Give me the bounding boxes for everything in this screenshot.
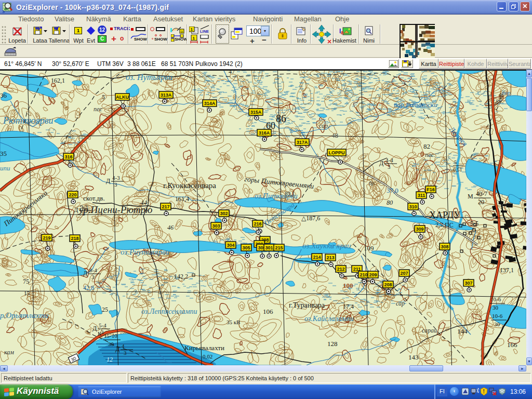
svg-text:0,51: 0,51 <box>453 167 462 172</box>
svg-text:218: 218 <box>71 236 78 241</box>
svg-text:35: 35 <box>0 150 7 157</box>
svg-text:Кирьявалахти: Кирьявалахти <box>184 344 224 352</box>
svg-text:р.Орьятлахти: р.Орьятлахти <box>0 311 48 320</box>
svg-text:36: 36 <box>0 91 7 99</box>
svg-text:5-4: 5-4 <box>99 322 107 328</box>
svg-text:LOPPU: LOPPU <box>328 150 344 155</box>
svg-text:214: 214 <box>313 255 321 260</box>
svg-text:0,02: 0,02 <box>203 353 212 360</box>
svg-text:311: 311 <box>418 193 425 198</box>
svg-text:44: 44 <box>140 198 148 206</box>
svg-text:213: 213 <box>326 255 334 260</box>
svg-text:46: 46 <box>167 224 174 231</box>
svg-text:317A: 317A <box>297 140 308 145</box>
svg-text:217: 217 <box>162 204 169 209</box>
svg-text:9-3: 9-3 <box>80 204 88 210</box>
svg-text:сараи: сараи <box>422 327 437 334</box>
svg-text:ХАРДУ: ХАРДУ <box>429 210 460 220</box>
svg-text:89,1: 89,1 <box>285 190 295 196</box>
svg-text:ипи: ипи <box>0 164 10 172</box>
svg-text:3: 3 <box>114 181 117 188</box>
svg-text:5: 5 <box>102 94 105 101</box>
svg-text:Д: Д <box>379 159 383 167</box>
svg-text:Д: Д <box>106 177 110 184</box>
svg-text:Д: Д <box>92 325 97 332</box>
svg-text:309: 309 <box>416 227 423 232</box>
svg-text:42,8: 42,8 <box>83 284 94 291</box>
svg-text:г.Куоккасенвара: г.Куоккасенвара <box>163 181 216 190</box>
svg-text:30: 30 <box>108 341 114 347</box>
svg-text:212: 212 <box>337 267 344 272</box>
svg-text:10-6: 10-6 <box>490 296 501 302</box>
svg-text:5-5: 5-5 <box>470 220 478 227</box>
svg-text:144: 144 <box>457 327 468 335</box>
svg-text:г.Туранвара: г.Туранвара <box>289 301 325 309</box>
svg-text:82: 82 <box>423 142 430 150</box>
svg-text:305: 305 <box>242 245 250 250</box>
svg-text:Д: Д <box>83 270 87 277</box>
svg-text:220: 220 <box>69 192 76 197</box>
svg-text:80: 80 <box>387 199 393 206</box>
svg-text:Д: Д <box>74 206 78 214</box>
svg-text:сар: сар <box>396 300 405 307</box>
svg-text:4: 4 <box>122 343 125 349</box>
svg-text:ALKU: ALKU <box>116 95 129 100</box>
svg-text:30: 30 <box>493 304 499 311</box>
svg-text:пес.: пес. <box>425 151 435 158</box>
svg-text:210: 210 <box>360 272 367 277</box>
svg-text:2,7 ПС: 2,7 ПС <box>435 221 454 229</box>
svg-text:Д: Д <box>115 345 119 353</box>
svg-text:310: 310 <box>409 204 417 209</box>
svg-text:109: 109 <box>364 244 374 252</box>
svg-text:15-10: 15-10 <box>104 332 117 339</box>
svg-text:3: 3 <box>82 210 85 217</box>
svg-text:142,2: 142,2 <box>174 273 188 280</box>
svg-text:307: 307 <box>464 281 472 286</box>
svg-text:316A: 316A <box>259 130 270 136</box>
svg-text:!: ! <box>483 389 485 394</box>
svg-text:216: 216 <box>254 221 261 227</box>
svg-text:250: 250 <box>480 124 489 130</box>
svg-text:308: 308 <box>441 244 448 249</box>
svg-text:30: 30 <box>494 321 500 327</box>
svg-text:207: 207 <box>400 271 408 276</box>
svg-text:40-7: 40-7 <box>476 190 487 197</box>
svg-text:a: a <box>341 30 344 35</box>
svg-text:LINE: LINE <box>200 29 209 33</box>
svg-text:316: 316 <box>64 154 72 159</box>
svg-text:оз.Кайслалампи: оз.Кайслалампи <box>304 315 354 323</box>
svg-text:12: 12 <box>107 356 113 363</box>
svg-text:4-4: 4-4 <box>385 157 393 163</box>
svg-text:20: 20 <box>478 198 484 206</box>
svg-text:оз.Леппясенлампи: оз.Леппясенлампи <box>141 308 197 315</box>
svg-text:Рюттюярви: Рюттюярви <box>3 115 54 126</box>
svg-text:4-3: 4-3 <box>112 175 120 181</box>
svg-text:106: 106 <box>263 308 273 315</box>
svg-text:М: М <box>468 193 473 200</box>
svg-text:1: 1 <box>191 27 193 32</box>
svg-text:25: 25 <box>102 306 108 313</box>
svg-text:162,1: 162,1 <box>51 77 65 84</box>
svg-text:161,4: 161,4 <box>175 195 189 203</box>
svg-text:5: 5 <box>454 159 457 165</box>
svg-text:208: 208 <box>384 282 392 287</box>
svg-text:302: 302 <box>220 211 228 216</box>
svg-text:скот.дв.: скот.дв. <box>83 194 105 202</box>
svg-text:оз. Нутьярви: оз. Нутьярви <box>126 73 172 82</box>
svg-text:301: 301 <box>265 245 273 250</box>
svg-text:сар.: сар. <box>319 122 329 129</box>
svg-text:215: 215 <box>275 245 283 250</box>
svg-text:303: 303 <box>212 223 220 229</box>
svg-text:17,4: 17,4 <box>343 303 354 310</box>
svg-text:8-4: 8-4 <box>89 267 97 273</box>
svg-text:3: 3 <box>101 329 104 335</box>
svg-text:1: 1 <box>193 36 195 41</box>
svg-text:48: 48 <box>331 131 338 139</box>
svg-text:оз.Риутияярви: оз.Риутияярви <box>121 248 169 256</box>
svg-text:86: 86 <box>276 113 286 124</box>
svg-text:314A: 314A <box>204 101 216 106</box>
svg-text:кам: кам <box>4 349 14 356</box>
svg-text:△187,6: △187,6 <box>301 215 320 222</box>
svg-text:3: 3 <box>388 164 391 170</box>
svg-text:143: 143 <box>408 353 419 361</box>
